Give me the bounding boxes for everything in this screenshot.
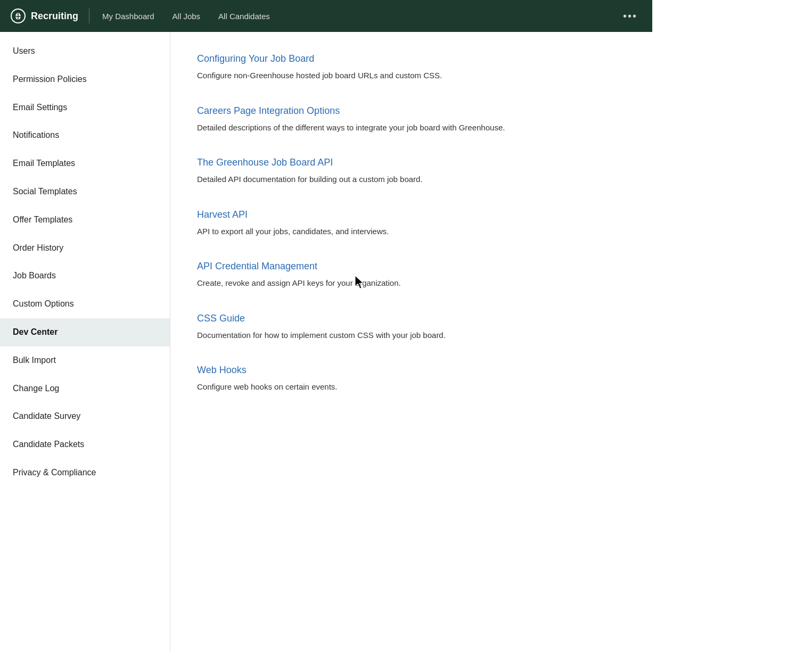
sidebar-notifications[interactable]: Notifications <box>0 121 170 150</box>
nav-all-candidates[interactable]: All Candidates <box>211 7 277 25</box>
section-harvest-api: Harvest API API to export all your jobs,… <box>197 209 626 238</box>
sidebar-custom-options[interactable]: Custom Options <box>0 290 170 318</box>
sidebar-candidate-packets[interactable]: Candidate Packets <box>0 431 170 459</box>
section-careers-page-integration: Careers Page Integration Options Detaile… <box>197 105 626 134</box>
nav-all-jobs[interactable]: All Jobs <box>165 7 208 25</box>
desc-harvest-api: API to export all your jobs, candidates,… <box>197 226 626 238</box>
nav-my-dashboard[interactable]: My Dashboard <box>95 7 162 25</box>
sidebar-social-templates[interactable]: Social Templates <box>0 178 170 206</box>
nav-links: My Dashboard All Jobs All Candidates <box>95 7 619 25</box>
sidebar-offer-templates[interactable]: Offer Templates <box>0 206 170 234</box>
sidebar-permission-policies[interactable]: Permission Policies <box>0 65 170 94</box>
sidebar-email-templates[interactable]: Email Templates <box>0 150 170 178</box>
sidebar-bulk-import[interactable]: Bulk Import <box>0 346 170 375</box>
logo-text: Recruiting <box>31 11 78 22</box>
sidebar-users[interactable]: Users <box>0 37 170 65</box>
sidebar: Users Permission Policies Email Settings… <box>0 32 170 652</box>
more-options-button[interactable]: ••• <box>619 8 642 24</box>
sidebar-email-settings[interactable]: Email Settings <box>0 94 170 122</box>
greenhouse-logo-icon <box>11 9 26 23</box>
link-web-hooks[interactable]: Web Hooks <box>197 365 247 376</box>
sidebar-job-boards[interactable]: Job Boards <box>0 262 170 290</box>
link-css-guide[interactable]: CSS Guide <box>197 313 245 324</box>
sidebar-privacy-compliance[interactable]: Privacy & Compliance <box>0 459 170 487</box>
desc-api-credential-management: Create, revoke and assign API keys for y… <box>197 277 626 290</box>
sidebar-candidate-survey[interactable]: Candidate Survey <box>0 402 170 431</box>
logo-area: Recruiting <box>11 9 89 23</box>
section-web-hooks: Web Hooks Configure web hooks on certain… <box>197 365 626 393</box>
link-configuring-job-board[interactable]: Configuring Your Job Board <box>197 53 314 64</box>
content-area: Configuring Your Job Board Configure non… <box>170 32 652 652</box>
sidebar-change-log[interactable]: Change Log <box>0 375 170 403</box>
section-api-credential-management: API Credential Management Create, revoke… <box>197 261 626 290</box>
desc-configuring-job-board: Configure non-Greenhouse hosted job boar… <box>197 70 626 82</box>
main-layout: Users Permission Policies Email Settings… <box>0 32 652 652</box>
sidebar-dev-center[interactable]: Dev Center <box>0 318 170 346</box>
link-harvest-api[interactable]: Harvest API <box>197 209 248 220</box>
link-api-credential-management[interactable]: API Credential Management <box>197 261 317 272</box>
link-greenhouse-job-board-api[interactable]: The Greenhouse Job Board API <box>197 157 333 168</box>
link-careers-page-integration[interactable]: Careers Page Integration Options <box>197 105 340 117</box>
sidebar-order-history[interactable]: Order History <box>0 234 170 262</box>
desc-web-hooks: Configure web hooks on certain events. <box>197 381 626 393</box>
desc-greenhouse-job-board-api: Detailed API documentation for building … <box>197 174 626 186</box>
section-css-guide: CSS Guide Documentation for how to imple… <box>197 313 626 342</box>
desc-careers-page-integration: Detailed descriptions of the different w… <box>197 122 626 134</box>
top-nav: Recruiting My Dashboard All Jobs All Can… <box>0 0 652 32</box>
desc-css-guide: Documentation for how to implement custo… <box>197 329 626 342</box>
section-greenhouse-job-board-api: The Greenhouse Job Board API Detailed AP… <box>197 157 626 186</box>
section-configuring-job-board: Configuring Your Job Board Configure non… <box>197 53 626 82</box>
